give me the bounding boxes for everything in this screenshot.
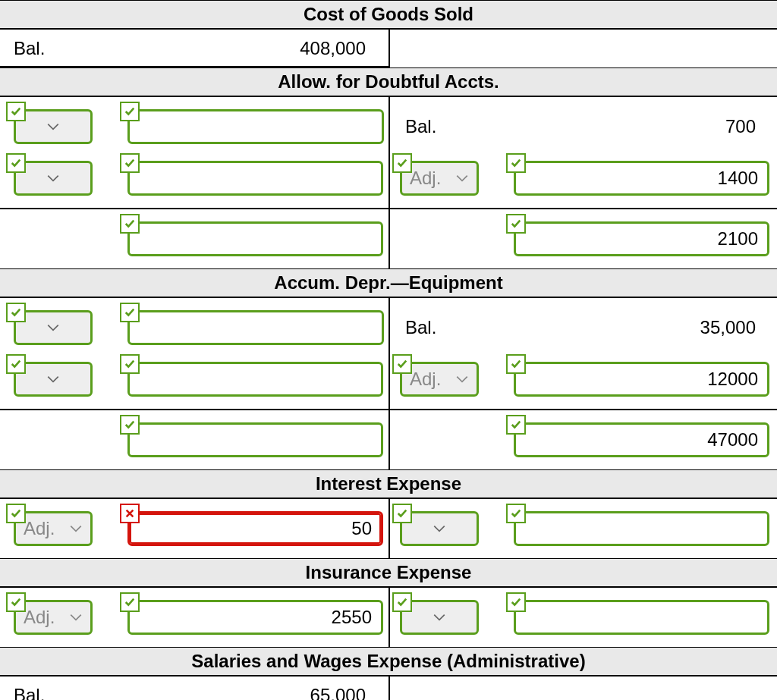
credit-amount-input[interactable]: 1400 [514, 161, 769, 196]
check-icon [120, 153, 140, 173]
debit-total-input[interactable] [127, 221, 383, 256]
debit-amount-input[interactable] [127, 161, 383, 196]
check-icon [120, 415, 140, 435]
account-header-salaries: Salaries and Wages Expense (Administrati… [0, 647, 777, 676]
debit-amount-input[interactable] [127, 362, 383, 397]
balance-value: 35,000 [436, 317, 769, 338]
balance-value: 65,000 [45, 685, 379, 700]
check-icon [6, 303, 26, 322]
account-header-cogs: Cost of Goods Sold [0, 0, 777, 30]
balance-label: Bal. [399, 116, 436, 137]
check-icon [6, 153, 26, 173]
check-icon [506, 354, 526, 374]
check-icon [506, 504, 526, 523]
check-icon [392, 592, 412, 612]
check-icon [506, 153, 526, 173]
debit-amount-input[interactable]: 50 [127, 511, 383, 546]
check-icon [6, 592, 26, 612]
check-icon [120, 303, 140, 322]
check-icon [506, 214, 526, 234]
account-header-interest: Interest Expense [0, 469, 777, 499]
balance-label: Bal. [8, 38, 45, 59]
account-header-ada: Allow. for Doubtful Accts. [0, 67, 777, 97]
balance-value: 408,000 [45, 38, 379, 59]
balance-label: Bal. [8, 685, 45, 700]
check-icon [6, 504, 26, 523]
credit-amount-input[interactable]: 12000 [514, 362, 769, 397]
check-icon [6, 354, 26, 374]
balance-value: 700 [436, 116, 769, 137]
account-header-accum: Accum. Depr.—Equipment [0, 268, 777, 298]
account-header-insurance: Insurance Expense [0, 558, 777, 588]
check-icon [392, 504, 412, 523]
debit-amount-input[interactable]: 2550 [127, 600, 383, 635]
balance-label: Bal. [399, 317, 436, 338]
check-icon [120, 102, 140, 121]
dropdown-value: Adj. [24, 518, 69, 539]
debit-total-input[interactable] [127, 422, 383, 457]
check-icon [120, 592, 140, 612]
credit-total-input[interactable]: 2100 [514, 221, 769, 256]
dropdown-value: Adj. [24, 607, 69, 628]
credit-amount-input[interactable] [514, 600, 769, 635]
check-icon [392, 354, 412, 374]
check-icon [120, 214, 140, 234]
check-icon [120, 354, 140, 374]
debit-amount-input[interactable] [127, 310, 384, 345]
check-icon [392, 153, 412, 173]
check-icon [6, 102, 26, 121]
check-icon [506, 592, 526, 612]
debit-amount-input[interactable] [127, 109, 384, 144]
credit-amount-input[interactable] [514, 511, 769, 546]
dropdown-value: Adj. [410, 369, 455, 390]
error-icon [120, 504, 140, 523]
dropdown-value: Adj. [410, 168, 455, 189]
credit-total-input[interactable]: 47000 [514, 422, 769, 457]
check-icon [506, 415, 526, 435]
